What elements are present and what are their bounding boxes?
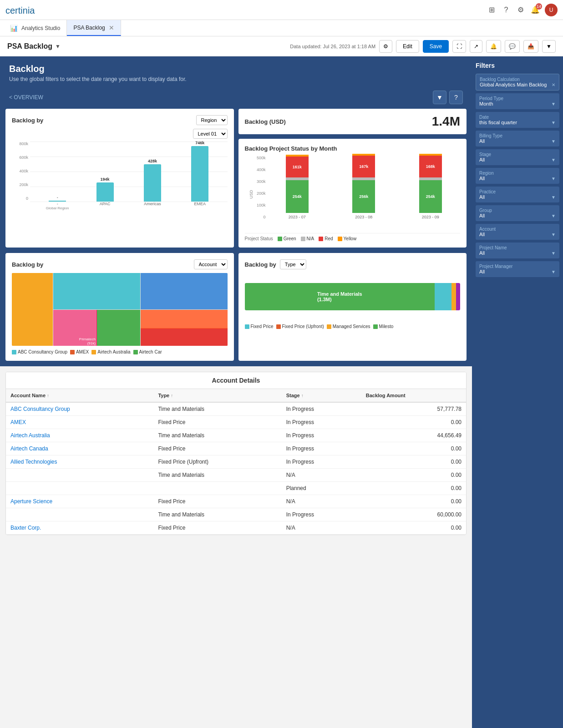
backlog-by-type-panel: Backlog by Type Time and Materials(1.3M) xyxy=(238,253,467,361)
type-dropdown[interactable]: Type xyxy=(280,259,306,269)
table-scroll[interactable]: Account Name ↑ Type ↑ Stage ↑ Backlog Am… xyxy=(6,389,466,535)
filter-group[interactable]: Group All ▼ xyxy=(476,205,559,221)
page-title-dropdown[interactable]: ▼ xyxy=(55,43,61,50)
cell-type: Time and Materials xyxy=(153,469,281,482)
tab-analytics-studio[interactable]: 📊 Analytics Studio xyxy=(4,20,67,36)
treemap-cell-2[interactable] xyxy=(53,273,140,309)
grid-icon[interactable]: ⊞ xyxy=(487,5,497,15)
account-legend: ABC Consultancy Group AMEX Airtech Austr… xyxy=(12,349,228,354)
usd-header: Backlog (USD) 1.4M xyxy=(245,114,461,129)
cell-stage: In Progress xyxy=(282,455,361,469)
filter-icons: ▼ ? xyxy=(433,91,463,104)
backlog-header: Backlog Use the global filters to select… xyxy=(0,56,472,88)
col-backlog-amount[interactable]: Backlog Amount xyxy=(361,389,466,402)
overview-bar: < OVERVIEW ▼ ? xyxy=(0,88,472,109)
type-title-row: Backlog by Type xyxy=(245,259,461,269)
save-button[interactable]: Save xyxy=(423,40,449,53)
filter-practice[interactable]: Practice All ▼ xyxy=(476,187,559,202)
main-wrapper: Backlog Use the global filters to select… xyxy=(0,56,563,728)
treemap-cell-1[interactable] xyxy=(12,273,53,346)
sort-icon-type: ↑ xyxy=(171,393,173,398)
overview-link[interactable]: < OVERVIEW xyxy=(9,94,43,101)
cell-amount: 0.00 xyxy=(361,469,466,482)
filter-date[interactable]: Date this fiscal quarter ▼ xyxy=(476,112,559,128)
region-dropdown[interactable]: Region xyxy=(196,115,228,125)
cell-account[interactable]: Baxter Corp. xyxy=(6,521,153,535)
table-row: Planned0.00 xyxy=(6,482,466,495)
filter-stage[interactable]: Stage All ▼ xyxy=(476,149,559,165)
backlog-subtitle: Use the global filters to select the dat… xyxy=(9,76,463,82)
filter-period-type[interactable]: Period Type Month ▼ xyxy=(476,93,559,109)
charts-grid-row1: Backlog by Region Level 01 800k 600k 400 xyxy=(0,109,472,253)
col-type[interactable]: Type ↑ xyxy=(153,389,281,402)
cell-account[interactable]: AMEX xyxy=(6,416,153,429)
cell-account[interactable]: Airtech Australia xyxy=(6,429,153,442)
notification-icon[interactable]: 🔔 14 xyxy=(530,5,540,15)
col-stage[interactable]: Stage ↑ xyxy=(282,389,361,402)
tab-bar: 📊 Analytics Studio PSA Backlog ✕ xyxy=(0,20,563,36)
filter-project-manager[interactable]: Project Manager All ▼ xyxy=(476,261,559,277)
type-seg-fp xyxy=(435,283,451,310)
fullscreen-button[interactable]: ⛶ xyxy=(452,40,466,53)
treemap: Primatech (91k) xyxy=(12,273,228,346)
type-seg-ms xyxy=(451,283,456,310)
tab-psa-backlog[interactable]: PSA Backlog ✕ xyxy=(67,20,121,36)
edit-button[interactable]: Edit xyxy=(396,40,419,53)
level-dropdown[interactable]: Level 01 xyxy=(193,129,228,139)
chat-button[interactable]: 💬 xyxy=(505,40,520,53)
account-dropdown[interactable]: Account xyxy=(194,259,228,269)
export-button[interactable]: 📥 xyxy=(523,40,538,53)
legend-managed: Managed Services xyxy=(327,324,370,329)
cell-amount: 0.00 xyxy=(361,495,466,508)
treemap-cell-3[interactable] xyxy=(141,273,228,309)
cell-type: Fixed Price xyxy=(153,416,281,429)
share-button[interactable]: ↗ xyxy=(470,40,482,53)
cell-amount: 44,656.49 xyxy=(361,429,466,442)
tab-psa-backlog-label: PSA Backlog xyxy=(73,25,105,31)
col-account-name[interactable]: Account Name ↑ xyxy=(6,389,153,402)
data-updated: Data updated: Jul 26, 2023 at 1:18 AM xyxy=(290,44,375,49)
filter-backlog-calc[interactable]: Backlog Calculation Global Analytics Mai… xyxy=(476,74,559,91)
cell-account[interactable]: ABC Consultancy Group xyxy=(6,402,153,416)
type-seg-fp2 xyxy=(456,283,460,310)
right-charts-col: Backlog (USD) 1.4M Backlog Project Statu… xyxy=(238,109,467,248)
y-axis-usd-label: USD xyxy=(249,190,253,198)
table-head: Account Name ↑ Type ↑ Stage ↑ Backlog Am… xyxy=(6,389,466,402)
usd-title: Backlog (USD) xyxy=(245,118,286,125)
table-row: Airtech CanadaFixed PriceIn Progress0.00 xyxy=(6,442,466,455)
cell-account xyxy=(6,469,153,482)
cell-account[interactable]: Aperture Science xyxy=(6,495,153,508)
cell-type: Fixed Price (Upfront) xyxy=(153,455,281,469)
filter-icon-funnel[interactable]: ▼ xyxy=(433,91,446,104)
avatar[interactable]: U xyxy=(545,4,558,16)
project-status-panel: Backlog Project Status by Month 500k 400… xyxy=(238,139,467,248)
customize-button[interactable]: ⚙ xyxy=(379,40,392,53)
table-row: Planned0.00 xyxy=(6,535,466,535)
help-icon[interactable]: ? xyxy=(501,5,511,15)
filter-region[interactable]: Region All ▼ xyxy=(476,168,559,184)
legend-airtech-au: Airtech Australia xyxy=(91,349,130,354)
table-title: Account Details xyxy=(6,372,466,389)
more-button[interactable]: ▼ xyxy=(542,40,556,53)
filter-billing-type[interactable]: Billing Type All ▼ xyxy=(476,131,559,147)
cell-stage: Planned xyxy=(282,535,361,535)
cell-type: Fixed Price xyxy=(153,495,281,508)
svg-text:certinia: certinia xyxy=(5,5,35,15)
treemap-cell-6: Primatech (91k) xyxy=(53,310,140,346)
account-chart-title: Backlog by xyxy=(12,261,43,268)
alert-button[interactable]: 🔔 xyxy=(486,40,501,53)
stacked-bar-jul: 254k 161k 2023 - 07 xyxy=(268,155,327,219)
settings-icon[interactable]: ⚙ xyxy=(516,5,526,15)
cell-type xyxy=(153,482,281,495)
filter-icon-question[interactable]: ? xyxy=(449,91,463,104)
nav-icons: ⊞ ? ⚙ 🔔 14 U xyxy=(487,4,558,16)
tab-close-icon[interactable]: ✕ xyxy=(109,24,114,31)
filter-project-name[interactable]: Project Name All ▼ xyxy=(476,243,559,258)
status-title-row: Backlog Project Status by Month xyxy=(245,145,461,152)
toolbar: PSA Backlog ▼ Data updated: Jul 26, 2023… xyxy=(0,36,563,56)
cell-account[interactable]: Allied Technologies xyxy=(6,455,153,469)
legend-red: Red xyxy=(319,236,333,241)
cell-account[interactable]: Airtech Canada xyxy=(6,442,153,455)
filter-account[interactable]: Account All ▼ xyxy=(476,224,559,240)
treemap-cell-7 xyxy=(141,310,228,346)
